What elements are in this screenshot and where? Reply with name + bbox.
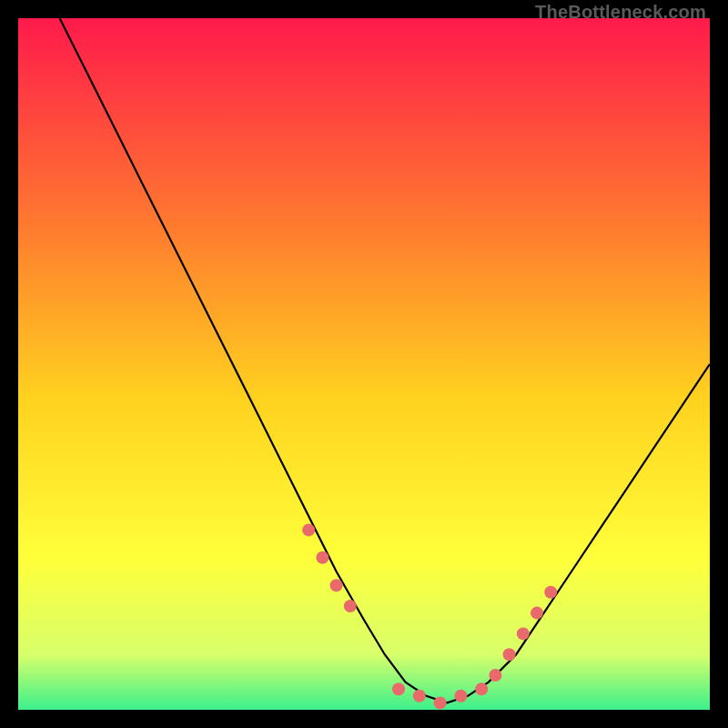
marker-point bbox=[434, 696, 447, 709]
marker-point bbox=[330, 579, 343, 592]
marker-point bbox=[475, 682, 488, 695]
marker-point bbox=[302, 523, 315, 536]
marker-point bbox=[454, 690, 467, 703]
marker-point bbox=[503, 648, 516, 661]
marker-point bbox=[517, 627, 530, 640]
gradient-background bbox=[18, 18, 710, 710]
chart-frame bbox=[18, 18, 710, 710]
marker-point bbox=[544, 586, 557, 599]
marker-point bbox=[316, 551, 329, 564]
marker-point bbox=[413, 690, 426, 703]
marker-point bbox=[344, 600, 357, 612]
marker-point bbox=[392, 682, 405, 695]
marker-point bbox=[489, 669, 501, 682]
bottleneck-chart bbox=[18, 18, 710, 710]
marker-point bbox=[531, 607, 543, 620]
